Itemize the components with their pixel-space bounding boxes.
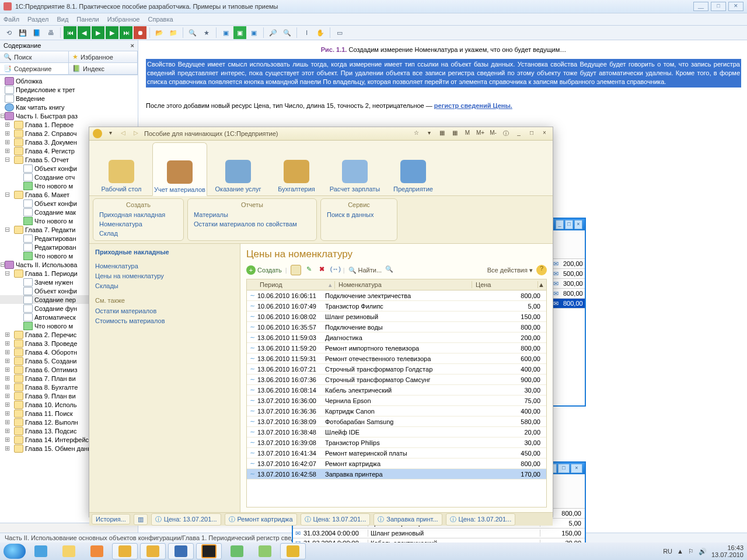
cmd-link[interactable]: Склад [99,229,177,238]
app-info-icon[interactable]: ⓘ [501,130,511,138]
app-calc-icon[interactable]: ▦ [437,130,446,138]
tray-lang[interactable]: RU [663,548,672,555]
table-row[interactable]: ∼10.06.2010 16:06:11Подключение электрич… [247,290,546,301]
table-row[interactable]: ✉200,00 [553,259,585,269]
table-row[interactable]: ∼13.07.2010 16:39:08Транзистор Philips30… [247,438,546,448]
task-app3[interactable] [224,543,250,559]
tab-contents[interactable]: 📑Содержание [0,63,69,75]
table-row[interactable]: ∼13.07.2010 16:36:36Картридж Canon400,00 [247,406,546,416]
menu-Вид[interactable]: Вид [57,16,68,23]
menu-Панели[interactable]: Панели [76,16,99,23]
tab-index[interactable]: 📗Индекс [69,63,138,75]
sub1-min-icon[interactable]: _ [556,220,564,229]
cmd-link[interactable]: Поиск в данных [327,210,391,219]
sub1-max-icon[interactable]: □ [565,220,573,229]
tab-favorites[interactable]: ★Избранное [69,51,138,63]
tree-item[interactable]: Обложка [0,76,138,85]
app-fav-icon[interactable]: ☆ [411,130,421,138]
taskbar[interactable]: RU ▲ ⚐ 🔊 16:4313.07.2010 [0,542,747,560]
print-icon[interactable]: 🖶 [44,26,57,39]
section-Бухгалтерия[interactable]: Бухгалтерия [269,142,324,195]
close-button[interactable]: ✕ [728,2,743,11]
cmd-link[interactable]: Склады [95,281,234,291]
history-button[interactable]: История... [92,514,130,524]
cmd-link[interactable]: Стоимость материалов [95,316,234,326]
maximize-button[interactable]: □ [711,2,726,11]
play-icon[interactable]: ▶ [92,26,104,39]
edit-icon[interactable]: ✎ [305,265,314,275]
zoom-icon[interactable]: 🔎 [267,26,280,39]
sidebar-close-icon[interactable]: × [131,42,134,49]
status-tab[interactable]: ⓘ Цена: 13.07.201... [301,513,371,526]
status-tab[interactable]: ⓘ Ремонт картриджа [225,513,297,526]
status-tab[interactable]: ⓘ Заправка принт... [374,513,442,526]
col-period[interactable]: Период ▴ [247,281,335,289]
sub1-close-icon[interactable]: × [574,220,582,229]
section-Рабочий стол[interactable]: Рабочий стол [94,142,149,195]
tray-clock[interactable]: 16:4313.07.2010 [711,544,743,558]
task-app1[interactable] [112,543,138,559]
task-explorer[interactable] [56,543,82,559]
app-mminus-icon[interactable]: M- [488,130,498,138]
win1-icon[interactable]: ▣ [219,26,232,39]
refresh-icon[interactable]: (↔) [330,265,340,275]
task-app4[interactable] [252,543,278,559]
book-icon[interactable]: 📘 [30,26,43,39]
cmd-link[interactable]: Цены на номенклатуру [95,271,234,281]
app-hist-icon[interactable]: ▾ [424,130,434,138]
col-price[interactable]: Цена [472,281,538,288]
create-button[interactable]: +Создать [246,265,282,275]
menu-Файл[interactable]: Файл [4,16,19,23]
tree-item[interactable]: Предисловие к трет [0,85,138,94]
cmd-link[interactable]: Номенклатура [99,219,177,229]
app-fwd-icon[interactable]: ▷ [131,130,141,138]
app-back-icon[interactable]: ◁ [118,130,128,138]
cmd-link[interactable]: Остатки материалов [95,306,234,316]
tray-net-icon[interactable]: ⚐ [688,548,694,555]
selected-paragraph[interactable]: Свойство Ведущее имеет смысл использоват… [146,59,741,88]
tree-item[interactable]: ⊟Часть I. Быстрая раз [0,111,138,120]
table-row[interactable]: ∼13.07.2010 16:38:09Фотобарабан Samsung5… [247,416,546,427]
table-row[interactable]: ∼10.06.2010 16:07:49Транзистор Филипс5,0… [247,301,546,312]
table-row[interactable]: ✉500,00 [553,269,585,279]
app-window[interactable]: ▾ ◁ ▷ Пособие для начинающих (1С:Предпри… [89,127,553,517]
task-ie[interactable] [28,543,54,559]
win3-icon[interactable]: ▣ [247,26,260,39]
section-Оказание услуг[interactable]: Оказание услуг [211,142,266,195]
table-row[interactable]: ✉800,00 [553,299,585,309]
menu-Избранное[interactable]: Избранное [107,16,140,23]
copy-icon[interactable] [291,265,301,275]
col-nomenclature[interactable]: Номенклатура [335,281,472,288]
status-tab[interactable]: ⓘ Цена: 13.07.201... [446,513,516,526]
find-button[interactable]: 🔍Найти... [348,267,382,274]
nav-title[interactable]: Приходные накладные [95,249,234,256]
prev-icon[interactable]: ◀ [78,26,90,39]
subwindow-1[interactable]: _□× ✉200,00✉500,00✉300,00✉800,00✉800,00 [552,218,586,407]
task-app2[interactable] [140,543,166,559]
table-row[interactable]: ∼13.06.2010 11:59:31Ремонт отечественног… [247,354,546,364]
menu-Раздел[interactable]: Раздел [27,16,48,23]
table-row[interactable]: ∼10.06.2010 16:08:02Шланг резиновый150,0… [247,312,546,322]
task-1c[interactable] [280,543,306,559]
help-icon[interactable]: ? [536,265,547,275]
table-row[interactable]: ∼13.06.2010 16:08:14Кабель электрический… [247,385,546,396]
sub2-max-icon[interactable]: □ [558,464,570,473]
textcursor-icon[interactable]: Ⅰ [300,26,313,39]
zoomout-icon[interactable]: 🔍 [281,26,294,39]
section-Расчет зарплаты[interactable]: Расчет зарплаты [327,142,382,195]
tab-search[interactable]: 🔍Поиск [0,51,69,63]
section-Учет материалов[interactable]: Учет материалов [152,142,207,196]
app-mplus-icon[interactable]: M+ [476,130,485,138]
app-m-icon[interactable]: M [463,130,472,138]
minimize-button[interactable]: __ [693,2,708,11]
table-row[interactable]: ∼13.07.2010 16:36:00Чернила Epson75,00 [247,396,546,406]
back-icon[interactable]: ⟲ [2,26,15,39]
app-min-icon[interactable]: _ [514,130,523,138]
table-row[interactable]: ∼13.07.2010 16:38:48Шлейф IDE20,00 [247,427,546,438]
status-tab[interactable]: ⓘ Цена: 13.07.201... [151,513,221,526]
sub2-close-icon[interactable]: × [571,464,582,473]
register-link[interactable]: регистр сведений Цены. [434,102,512,109]
task-aimp[interactable] [196,543,222,559]
next-icon[interactable]: ▶ [106,26,118,39]
hand-icon[interactable]: ✋ [314,26,327,39]
